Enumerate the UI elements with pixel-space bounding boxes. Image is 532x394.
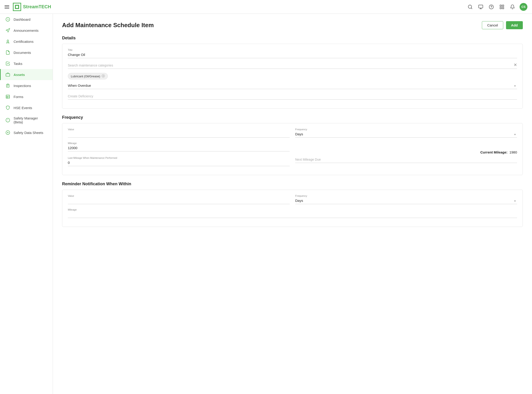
frequency-row: Value Frequency Days Weeks Months Years [68, 128, 517, 142]
reminder-mileage-field: Mileage [68, 208, 517, 218]
reminder-type-wrapper: Days Weeks Months Years [295, 198, 517, 204]
reminder-card: Value Frequency Days Weeks Months Years [62, 190, 523, 227]
sidebar-item-safety-manager[interactable]: Safety Manager (Beta) [0, 113, 53, 127]
reminder-freq-row: Value Frequency Days Weeks Months Years [68, 194, 517, 208]
certifications-icon [5, 39, 10, 44]
reminder-value-field: Value [68, 194, 290, 204]
reminder-mileage-label: Mileage [68, 208, 517, 211]
frequency-type-label: Frequency [295, 128, 517, 131]
page-header: Add Maintenance Schedule Item Cancel Add [62, 21, 523, 29]
search-categories-input[interactable] [68, 62, 517, 69]
search-icon[interactable] [467, 3, 474, 10]
mileage-label: Mileage [68, 142, 290, 145]
frequency-value-input[interactable] [68, 131, 290, 138]
reminder-value-label: Value [68, 194, 290, 197]
hse-events-icon [5, 105, 10, 110]
bell-icon[interactable] [509, 3, 516, 10]
help-icon[interactable] [488, 3, 495, 10]
sidebar-item-dashboard[interactable]: Dashboard [0, 14, 53, 25]
sidebar-item-tasks[interactable]: Tasks [0, 58, 53, 69]
header-buttons: Cancel Add [482, 21, 523, 29]
svg-rect-5 [500, 5, 502, 6]
mileage-field: Mileage [68, 142, 290, 151]
sidebar: Dashboard Announcements Certifications D… [0, 14, 53, 394]
frequency-type-field: Frequency Days Weeks Months Years [295, 128, 517, 138]
sidebar-item-safety-data-sheets[interactable]: Safety Data Sheets [0, 127, 53, 138]
frequency-section-title: Frequency [62, 115, 523, 120]
frequency-card: Value Frequency Days Weeks Months Years [62, 123, 523, 175]
title-label: Title [68, 49, 517, 51]
details-card: Title ✕ Lubricant (Oil/Grease) ⓧ [62, 44, 523, 109]
contact-icon[interactable] [477, 3, 484, 10]
avatar[interactable]: CS [520, 3, 527, 11]
frequency-type-wrapper: Days Weeks Months Years [295, 131, 517, 138]
title-input[interactable] [68, 52, 517, 58]
last-mileage-input[interactable] [68, 160, 290, 166]
title-field: Title [68, 49, 517, 58]
search-categories-field: ✕ [68, 62, 517, 69]
details-section-title: Details [62, 36, 523, 41]
svg-rect-12 [7, 84, 9, 85]
cancel-button[interactable]: Cancel [482, 21, 503, 29]
sidebar-item-inspections[interactable]: Inspections [0, 80, 53, 91]
inspections-icon [5, 83, 10, 88]
logo-text: StreamTECH [23, 4, 51, 10]
current-mileage-display: Current Mileage: 1980 [295, 150, 517, 156]
forms-icon [5, 94, 10, 99]
sidebar-item-certifications[interactable]: Certifications [0, 36, 53, 47]
reminder-section: Reminder Notification When Within Value … [62, 181, 523, 227]
when-overdue-field: When Overdue Immediately Later [68, 83, 517, 89]
announcements-icon [5, 28, 10, 33]
grid-icon[interactable] [498, 3, 505, 10]
frequency-type-select[interactable]: Days Weeks Months Years [295, 131, 517, 138]
last-mileage-label: Last Mileage When Maintenance Performed [68, 156, 290, 159]
last-next-mileage-row: Last Mileage When Maintenance Performed [68, 156, 517, 170]
frequency-value-field: Value [68, 128, 290, 138]
when-overdue-select[interactable]: When Overdue Immediately Later [68, 83, 517, 89]
mileage-row: Mileage Current Mileage: 1980 [68, 142, 517, 156]
current-mileage-value: 1980 [509, 150, 517, 154]
safety-manager-icon [5, 118, 10, 123]
tag-remove-icon[interactable]: ⓧ [102, 74, 105, 78]
tag-label: Lubricant (Oil/Grease) [71, 75, 100, 78]
mileage-input[interactable] [68, 145, 290, 151]
svg-rect-8 [502, 7, 504, 9]
page-title: Add Maintenance Schedule Item [62, 22, 154, 29]
topnav: StreamTECH CS [0, 0, 532, 14]
add-button[interactable]: Add [506, 21, 523, 29]
svg-rect-15 [6, 95, 10, 98]
svg-line-1 [471, 8, 472, 9]
frequency-value-label: Value [68, 128, 290, 131]
tasks-icon [5, 61, 10, 66]
main-content: Add Maintenance Schedule Item Cancel Add… [53, 14, 532, 394]
reminder-section-title: Reminder Notification When Within [62, 181, 523, 187]
topnav-left: StreamTECH [5, 3, 51, 11]
svg-point-10 [7, 40, 9, 41]
create-deficiency-input[interactable] [68, 93, 517, 100]
documents-icon [5, 50, 10, 55]
frequency-section: Frequency Value Frequency Days Weeks [62, 115, 523, 175]
create-deficiency-field [68, 93, 517, 100]
next-mileage-input[interactable] [295, 156, 517, 163]
svg-rect-7 [500, 7, 502, 9]
sidebar-item-hse-events[interactable]: HSE Events [0, 102, 53, 113]
current-mileage-label: Current Mileage: [480, 150, 507, 154]
sidebar-item-announcements[interactable]: Announcements [0, 25, 53, 36]
next-mileage-field [295, 156, 517, 166]
menu-icon[interactable] [5, 5, 9, 9]
assets-icon [5, 72, 10, 77]
reminder-type-select[interactable]: Days Weeks Months Years [295, 198, 517, 204]
sidebar-item-documents[interactable]: Documents [0, 47, 53, 58]
sidebar-item-assets[interactable]: Assets [0, 69, 53, 80]
last-mileage-field: Last Mileage When Maintenance Performed [68, 156, 290, 166]
tag-chip: Lubricant (Oil/Grease) ⓧ [68, 73, 108, 79]
safety-data-sheets-icon [5, 130, 10, 135]
reminder-mileage-input[interactable] [68, 212, 517, 218]
search-clear-icon[interactable]: ✕ [514, 62, 517, 67]
svg-rect-6 [502, 5, 504, 6]
topnav-right: CS [467, 3, 527, 11]
reminder-value-input[interactable] [68, 198, 290, 204]
layout: Dashboard Announcements Certifications D… [0, 14, 532, 394]
dashboard-icon [5, 17, 10, 22]
sidebar-item-forms[interactable]: Forms [0, 91, 53, 102]
